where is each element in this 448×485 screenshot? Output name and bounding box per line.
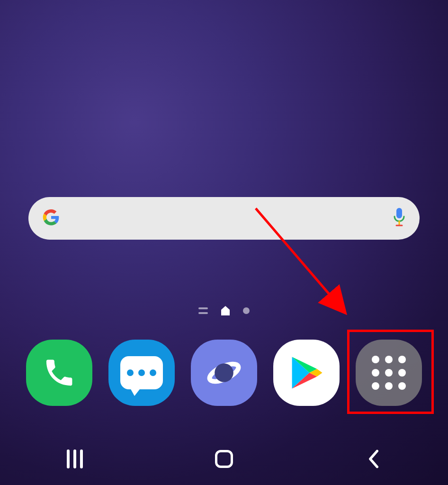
voice-search-icon[interactable] xyxy=(392,208,406,229)
dock-app-phone[interactable] xyxy=(26,340,92,406)
messages-icon xyxy=(108,340,175,406)
svg-rect-0 xyxy=(396,208,402,218)
navigation-bar xyxy=(0,433,448,485)
panel-indicator-icon[interactable] xyxy=(198,307,208,314)
dock-app-play-store[interactable] xyxy=(273,340,340,406)
svg-point-4 xyxy=(215,363,233,382)
phone-icon xyxy=(26,340,92,406)
nav-recents-button[interactable] xyxy=(61,445,89,473)
play-store-icon xyxy=(273,340,340,406)
dock-app-internet[interactable] xyxy=(191,340,257,406)
home-icon xyxy=(215,450,233,468)
back-icon xyxy=(366,449,380,469)
home-page-indicator-icon[interactable] xyxy=(221,306,230,315)
search-input[interactable] xyxy=(61,197,392,240)
nav-back-button[interactable] xyxy=(359,445,387,473)
recents-icon xyxy=(67,449,83,468)
google-logo-icon xyxy=(42,208,61,229)
page-indicator-row xyxy=(0,306,448,315)
internet-icon xyxy=(191,340,257,406)
nav-home-button[interactable] xyxy=(210,445,238,473)
dock-app-messages[interactable] xyxy=(108,340,175,406)
google-search-widget[interactable] xyxy=(28,197,420,240)
page-2-indicator-icon[interactable] xyxy=(243,307,250,314)
annotation-highlight-box xyxy=(347,330,434,414)
